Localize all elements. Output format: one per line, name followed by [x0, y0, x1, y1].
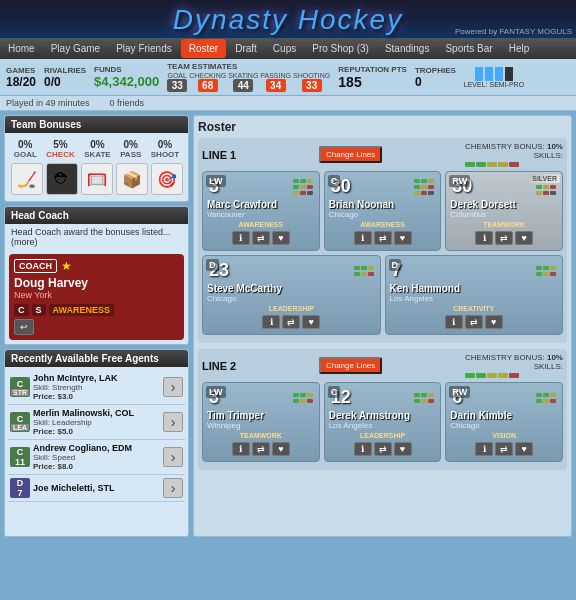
coach-stats: C S AWARENESS: [14, 304, 179, 316]
player-heart-btn-lw2[interactable]: ♥: [272, 442, 290, 456]
nav-sports-bar[interactable]: Sports Bar: [437, 39, 500, 58]
player-card-d2: D 7 Ken Hammond Los Angeles CREATIVITY ℹ…: [385, 255, 564, 335]
fa-badge-2: C 11: [10, 447, 30, 467]
nav-play-friends[interactable]: Play Friends: [108, 39, 180, 58]
rating-dots-c1: [414, 179, 434, 195]
bonus-pass: 0% PASS: [120, 139, 141, 159]
nav-cups[interactable]: Cups: [265, 39, 304, 58]
fa-add-btn-3[interactable]: ›: [163, 478, 183, 498]
bonus-icon-3: 🥅: [81, 163, 113, 195]
est-checking: CHECKING 68: [189, 72, 226, 92]
coach-star: ★: [61, 259, 72, 273]
line-2-header: LINE 2 Change Lines CHEMISTRY BONUS: 10%…: [202, 353, 563, 378]
head-coach-header: Head Coach: [5, 207, 188, 224]
level-text: LEVEL: SEMI-PRO: [464, 81, 524, 88]
player-info-btn-d1[interactable]: ℹ: [262, 315, 280, 329]
player-info-btn-rw1[interactable]: ℹ: [475, 231, 493, 245]
player-info-btn-c2[interactable]: ℹ: [354, 442, 372, 456]
friends-online: 0 friends: [110, 98, 145, 108]
nav-draft[interactable]: Draft: [227, 39, 265, 58]
level-bar-2: [485, 67, 493, 81]
fa-add-btn-2[interactable]: ›: [163, 447, 183, 467]
main-content: Team Bonuses 0% GOAL 5% CHECK 0% SKATE 0…: [0, 111, 576, 541]
funds-stat: FUNDS $4,342,000: [94, 65, 159, 89]
free-agents-header: Recently Available Free Agents: [5, 350, 188, 367]
level-bar: [475, 67, 513, 81]
coach-action-btn[interactable]: ↩: [14, 319, 34, 335]
games-label: GAMES: [6, 66, 35, 75]
fa-list: C STR John McIntyre, LAK Skill: Strength…: [5, 367, 188, 505]
change-lines-btn-1[interactable]: Change Lines: [319, 146, 382, 163]
est-goal: GOAL 33: [167, 72, 187, 92]
powered-by: Powered by FANTASY MOGULS: [455, 27, 572, 36]
player-info-btn-c1[interactable]: ℹ: [354, 231, 372, 245]
player-info-btn-lw1[interactable]: ℹ: [232, 231, 250, 245]
left-panel: Team Bonuses 0% GOAL 5% CHECK 0% SKATE 0…: [4, 115, 189, 537]
chemistry-box-1: CHEMISTRY BONUS: 10% SKILLS:: [465, 142, 563, 167]
player-heart-btn-rw2[interactable]: ♥: [515, 442, 533, 456]
player-swap-btn-lw1[interactable]: ⇄: [252, 231, 270, 245]
rivalries-label: RIVALRIES: [44, 66, 86, 75]
nav-roster[interactable]: Roster: [181, 39, 226, 58]
fa-add-btn-0[interactable]: ›: [163, 377, 183, 397]
games-stat: GAMES 18/20: [6, 66, 36, 89]
player-swap-btn-c1[interactable]: ⇄: [374, 231, 392, 245]
fa-item-3: D 7 Joe Micheletti, STL ›: [8, 475, 185, 502]
fa-add-btn-1[interactable]: ›: [163, 412, 183, 432]
navigation: Home Play Game Play Friends Roster Draft…: [0, 38, 576, 59]
line-1-header: LINE 1 Change Lines CHEMISTRY BONUS: 10%…: [202, 142, 563, 167]
player-heart-btn-c2[interactable]: ♥: [394, 442, 412, 456]
level-bar-3: [495, 67, 503, 81]
player-heart-btn-d1[interactable]: ♥: [302, 315, 320, 329]
player-heart-btn-lw1[interactable]: ♥: [272, 231, 290, 245]
nav-pro-shop[interactable]: Pro Shop (3): [304, 39, 377, 58]
nav-home[interactable]: Home: [0, 39, 43, 58]
chemistry-box-2: CHEMISTRY BONUS: 10% SKILLS:: [465, 353, 563, 378]
skills-bar-1: [465, 162, 563, 167]
coach-name: Doug Harvey: [14, 276, 179, 290]
change-lines-btn-2[interactable]: Change Lines: [319, 357, 382, 374]
fa-item-2: C 11 Andrew Cogliano, EDM Skill: Speed P…: [8, 440, 185, 475]
player-swap-btn-c2[interactable]: ⇄: [374, 442, 392, 456]
head-coach-panel: Head Coach Head Coach award the bonuses …: [4, 206, 189, 345]
player-swap-btn-rw2[interactable]: ⇄: [495, 442, 513, 456]
nav-standings[interactable]: Standings: [377, 39, 437, 58]
level-bar-4: [505, 67, 513, 81]
player-swap-btn-d2[interactable]: ⇄: [465, 315, 483, 329]
nav-play-game[interactable]: Play Game: [43, 39, 108, 58]
stats-bar: GAMES 18/20 RIVALRIES 0/0 FUNDS $4,342,0…: [0, 59, 576, 96]
player-heart-btn-c1[interactable]: ♥: [394, 231, 412, 245]
reputation-stat: REPUTATION PTS 185: [338, 65, 407, 90]
bonus-icon-1: 🏒: [11, 163, 43, 195]
line-2-forwards: LW 3 Tim Trimper Winnipeg TEAMWORK ℹ ⇄: [202, 382, 563, 462]
player-info-btn-d2[interactable]: ℹ: [445, 315, 463, 329]
games-value: 18/20: [6, 75, 36, 89]
bonus-icon-5: 🎯: [151, 163, 183, 195]
player-swap-btn-d1[interactable]: ⇄: [282, 315, 300, 329]
roster-header: Roster: [198, 120, 567, 134]
coach-badge: COACH ★: [14, 259, 179, 273]
coach-city: New York: [14, 290, 179, 300]
player-card-c2: C 12 Derek Armstrong Los Angeles LEADERS…: [324, 382, 442, 462]
rating-dots-lw1: [293, 179, 313, 195]
fa-badge-0: C STR: [10, 377, 30, 397]
rating-dots-d2: [536, 266, 556, 276]
line-1-section: LINE 1 Change Lines CHEMISTRY BONUS: 10%…: [198, 138, 567, 343]
est-shooting: SHOOTING 33: [293, 72, 330, 92]
player-swap-btn-lw2[interactable]: ⇄: [252, 442, 270, 456]
bonus-row: 0% GOAL 5% CHECK 0% SKATE 0% PASS 0% S: [5, 133, 188, 161]
player-info-btn-rw2[interactable]: ℹ: [475, 442, 493, 456]
nav-help[interactable]: Help: [501, 39, 538, 58]
team-estimates: TEAM ESTIMATES GOAL 33 CHECKING 68 SKATI…: [167, 62, 330, 92]
player-heart-btn-rw1[interactable]: ♥: [515, 231, 533, 245]
player-swap-btn-rw1[interactable]: ⇄: [495, 231, 513, 245]
player-info-btn-lw2[interactable]: ℹ: [232, 442, 250, 456]
line-2-section: LINE 2 Change Lines CHEMISTRY BONUS: 10%…: [198, 349, 567, 470]
coach-desc: Head Coach award the bonuses listed... (…: [5, 224, 188, 250]
line-1-title: LINE 1: [202, 149, 236, 161]
bonus-goal: 0% GOAL: [14, 139, 37, 159]
bonus-icons: 🏒 ⛑ 🥅 📦 🎯: [5, 161, 188, 201]
team-est-label: TEAM ESTIMATES: [167, 62, 237, 71]
player-heart-btn-d2[interactable]: ♥: [485, 315, 503, 329]
line-1-defenders: D 23 Steve McCarthy Chicago LEADERSHIP ℹ…: [202, 255, 563, 335]
